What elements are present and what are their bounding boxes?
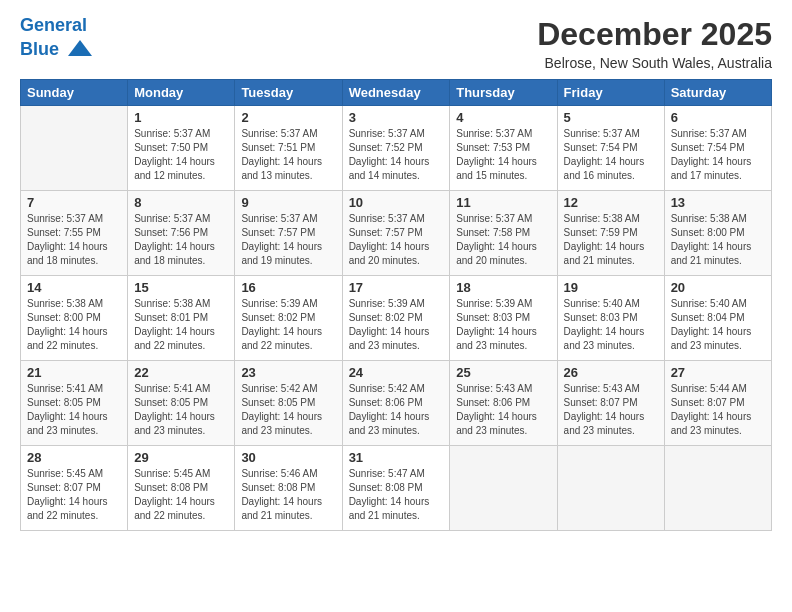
day-number: 17	[349, 280, 444, 295]
day-number: 25	[456, 365, 550, 380]
day-header-saturday: Saturday	[664, 80, 771, 106]
day-number: 7	[27, 195, 121, 210]
day-number: 8	[134, 195, 228, 210]
subtitle: Belrose, New South Wales, Australia	[537, 55, 772, 71]
day-number: 9	[241, 195, 335, 210]
calendar-cell: 16Sunrise: 5:39 AMSunset: 8:02 PMDayligh…	[235, 276, 342, 361]
day-info: Sunrise: 5:39 AMSunset: 8:02 PMDaylight:…	[349, 297, 444, 353]
calendar-cell: 18Sunrise: 5:39 AMSunset: 8:03 PMDayligh…	[450, 276, 557, 361]
week-row-4: 21Sunrise: 5:41 AMSunset: 8:05 PMDayligh…	[21, 361, 772, 446]
calendar-cell	[664, 446, 771, 531]
logo-text2: Blue	[20, 36, 94, 64]
day-number: 19	[564, 280, 658, 295]
day-number: 16	[241, 280, 335, 295]
svg-marker-0	[68, 40, 92, 56]
day-number: 23	[241, 365, 335, 380]
calendar-cell: 23Sunrise: 5:42 AMSunset: 8:05 PMDayligh…	[235, 361, 342, 446]
calendar-cell: 27Sunrise: 5:44 AMSunset: 8:07 PMDayligh…	[664, 361, 771, 446]
calendar-cell: 11Sunrise: 5:37 AMSunset: 7:58 PMDayligh…	[450, 191, 557, 276]
day-number: 31	[349, 450, 444, 465]
day-number: 30	[241, 450, 335, 465]
day-info: Sunrise: 5:38 AMSunset: 8:00 PMDaylight:…	[671, 212, 765, 268]
day-number: 13	[671, 195, 765, 210]
day-number: 12	[564, 195, 658, 210]
day-number: 3	[349, 110, 444, 125]
day-info: Sunrise: 5:44 AMSunset: 8:07 PMDaylight:…	[671, 382, 765, 438]
day-info: Sunrise: 5:41 AMSunset: 8:05 PMDaylight:…	[27, 382, 121, 438]
day-info: Sunrise: 5:47 AMSunset: 8:08 PMDaylight:…	[349, 467, 444, 523]
day-info: Sunrise: 5:40 AMSunset: 8:04 PMDaylight:…	[671, 297, 765, 353]
day-info: Sunrise: 5:43 AMSunset: 8:06 PMDaylight:…	[456, 382, 550, 438]
week-row-5: 28Sunrise: 5:45 AMSunset: 8:07 PMDayligh…	[21, 446, 772, 531]
calendar-cell: 22Sunrise: 5:41 AMSunset: 8:05 PMDayligh…	[128, 361, 235, 446]
day-info: Sunrise: 5:42 AMSunset: 8:05 PMDaylight:…	[241, 382, 335, 438]
calendar-cell: 19Sunrise: 5:40 AMSunset: 8:03 PMDayligh…	[557, 276, 664, 361]
day-info: Sunrise: 5:37 AMSunset: 7:58 PMDaylight:…	[456, 212, 550, 268]
day-number: 2	[241, 110, 335, 125]
day-info: Sunrise: 5:38 AMSunset: 7:59 PMDaylight:…	[564, 212, 658, 268]
calendar-cell: 12Sunrise: 5:38 AMSunset: 7:59 PMDayligh…	[557, 191, 664, 276]
title-block: December 2025 Belrose, New South Wales, …	[537, 16, 772, 71]
calendar-cell: 25Sunrise: 5:43 AMSunset: 8:06 PMDayligh…	[450, 361, 557, 446]
day-number: 22	[134, 365, 228, 380]
calendar-cell	[21, 106, 128, 191]
calendar-cell: 14Sunrise: 5:38 AMSunset: 8:00 PMDayligh…	[21, 276, 128, 361]
day-info: Sunrise: 5:37 AMSunset: 7:57 PMDaylight:…	[241, 212, 335, 268]
day-number: 6	[671, 110, 765, 125]
day-info: Sunrise: 5:37 AMSunset: 7:55 PMDaylight:…	[27, 212, 121, 268]
day-info: Sunrise: 5:45 AMSunset: 8:08 PMDaylight:…	[134, 467, 228, 523]
day-info: Sunrise: 5:37 AMSunset: 7:54 PMDaylight:…	[671, 127, 765, 183]
day-header-thursday: Thursday	[450, 80, 557, 106]
logo-text: General	[20, 16, 94, 36]
day-info: Sunrise: 5:39 AMSunset: 8:03 PMDaylight:…	[456, 297, 550, 353]
calendar-cell: 8Sunrise: 5:37 AMSunset: 7:56 PMDaylight…	[128, 191, 235, 276]
day-info: Sunrise: 5:37 AMSunset: 7:53 PMDaylight:…	[456, 127, 550, 183]
calendar-cell	[557, 446, 664, 531]
day-number: 24	[349, 365, 444, 380]
calendar-table: SundayMondayTuesdayWednesdayThursdayFrid…	[20, 79, 772, 531]
calendar-cell: 29Sunrise: 5:45 AMSunset: 8:08 PMDayligh…	[128, 446, 235, 531]
calendar-cell: 9Sunrise: 5:37 AMSunset: 7:57 PMDaylight…	[235, 191, 342, 276]
calendar-cell: 17Sunrise: 5:39 AMSunset: 8:02 PMDayligh…	[342, 276, 450, 361]
day-info: Sunrise: 5:39 AMSunset: 8:02 PMDaylight:…	[241, 297, 335, 353]
day-number: 20	[671, 280, 765, 295]
day-info: Sunrise: 5:38 AMSunset: 8:01 PMDaylight:…	[134, 297, 228, 353]
day-info: Sunrise: 5:37 AMSunset: 7:56 PMDaylight:…	[134, 212, 228, 268]
day-number: 11	[456, 195, 550, 210]
calendar-cell: 6Sunrise: 5:37 AMSunset: 7:54 PMDaylight…	[664, 106, 771, 191]
calendar-cell: 13Sunrise: 5:38 AMSunset: 8:00 PMDayligh…	[664, 191, 771, 276]
day-number: 26	[564, 365, 658, 380]
day-number: 1	[134, 110, 228, 125]
calendar-cell: 26Sunrise: 5:43 AMSunset: 8:07 PMDayligh…	[557, 361, 664, 446]
day-info: Sunrise: 5:41 AMSunset: 8:05 PMDaylight:…	[134, 382, 228, 438]
day-info: Sunrise: 5:46 AMSunset: 8:08 PMDaylight:…	[241, 467, 335, 523]
calendar-cell: 31Sunrise: 5:47 AMSunset: 8:08 PMDayligh…	[342, 446, 450, 531]
calendar-cell: 28Sunrise: 5:45 AMSunset: 8:07 PMDayligh…	[21, 446, 128, 531]
calendar-cell: 7Sunrise: 5:37 AMSunset: 7:55 PMDaylight…	[21, 191, 128, 276]
calendar-cell: 4Sunrise: 5:37 AMSunset: 7:53 PMDaylight…	[450, 106, 557, 191]
day-info: Sunrise: 5:37 AMSunset: 7:57 PMDaylight:…	[349, 212, 444, 268]
day-number: 29	[134, 450, 228, 465]
week-row-2: 7Sunrise: 5:37 AMSunset: 7:55 PMDaylight…	[21, 191, 772, 276]
day-number: 10	[349, 195, 444, 210]
day-info: Sunrise: 5:37 AMSunset: 7:54 PMDaylight:…	[564, 127, 658, 183]
day-header-friday: Friday	[557, 80, 664, 106]
calendar-cell: 20Sunrise: 5:40 AMSunset: 8:04 PMDayligh…	[664, 276, 771, 361]
day-header-tuesday: Tuesday	[235, 80, 342, 106]
calendar-cell: 15Sunrise: 5:38 AMSunset: 8:01 PMDayligh…	[128, 276, 235, 361]
day-info: Sunrise: 5:43 AMSunset: 8:07 PMDaylight:…	[564, 382, 658, 438]
day-info: Sunrise: 5:37 AMSunset: 7:50 PMDaylight:…	[134, 127, 228, 183]
day-header-wednesday: Wednesday	[342, 80, 450, 106]
day-info: Sunrise: 5:45 AMSunset: 8:07 PMDaylight:…	[27, 467, 121, 523]
day-number: 4	[456, 110, 550, 125]
main-title: December 2025	[537, 16, 772, 53]
calendar-cell: 3Sunrise: 5:37 AMSunset: 7:52 PMDaylight…	[342, 106, 450, 191]
logo: General Blue	[20, 16, 94, 64]
calendar-cell: 2Sunrise: 5:37 AMSunset: 7:51 PMDaylight…	[235, 106, 342, 191]
page-header: General Blue December 2025 Belrose, New …	[20, 16, 772, 71]
calendar-cell	[450, 446, 557, 531]
calendar-cell: 21Sunrise: 5:41 AMSunset: 8:05 PMDayligh…	[21, 361, 128, 446]
day-number: 15	[134, 280, 228, 295]
day-header-monday: Monday	[128, 80, 235, 106]
calendar-header-row: SundayMondayTuesdayWednesdayThursdayFrid…	[21, 80, 772, 106]
